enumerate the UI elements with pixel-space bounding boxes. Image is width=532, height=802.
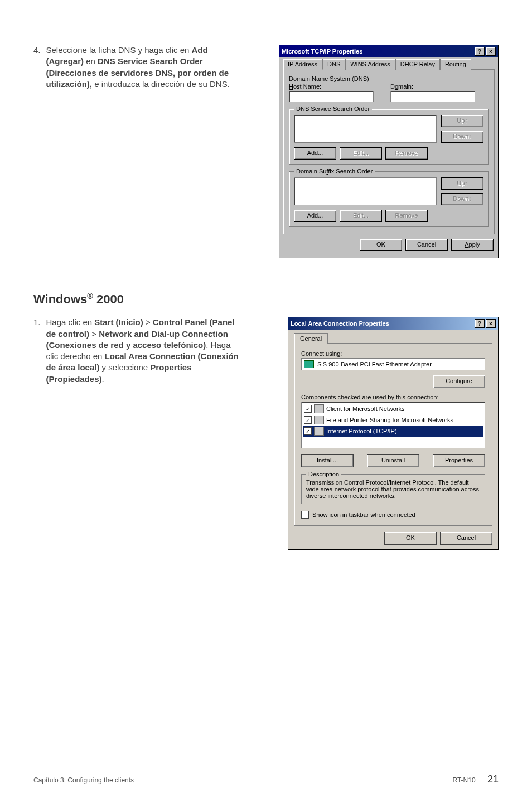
- help-icon[interactable]: ?: [475, 319, 485, 328]
- tab-routing[interactable]: Routing: [440, 59, 471, 70]
- ok-button[interactable]: OK: [360, 239, 402, 251]
- t: y seleccione: [99, 363, 150, 372]
- item-1-row: 1. Haga clic en Start (Inicio) > Control…: [33, 317, 499, 550]
- lan-title: Local Area Connection Properties: [291, 320, 389, 327]
- close-icon[interactable]: ×: [486, 319, 496, 328]
- item-1-image-col: Local Area Connection Properties ? × Gen…: [255, 317, 499, 550]
- component-tcpip[interactable]: ✓ Internet Protocol (TCP/IP): [303, 426, 483, 437]
- tab-general[interactable]: General: [294, 333, 328, 344]
- item-4-image-col: Microsoft TCP/IP Properties ? × IP Addre…: [255, 45, 499, 258]
- adapter-name: SiS 900-Based PCI Fast Ethernet Adapter: [317, 361, 432, 368]
- tab-dns[interactable]: DNS: [322, 59, 345, 70]
- item-1-number: 1.: [33, 317, 41, 385]
- t: ®: [87, 292, 93, 301]
- close-icon[interactable]: ×: [486, 47, 496, 56]
- show-icon-label: Show icon in taskbar when connected: [312, 511, 415, 518]
- ok-button[interactable]: OK: [384, 532, 437, 545]
- apply-button[interactable]: Apply: [451, 239, 494, 251]
- checkbox-icon[interactable]: ✓: [304, 416, 312, 424]
- cancel-button[interactable]: Cancel: [405, 239, 448, 251]
- t: WINS Address: [350, 61, 390, 67]
- t: >: [89, 329, 99, 339]
- t: en: [84, 56, 98, 66]
- footer-chapter: Capítulo 3: Configuring the clients: [33, 776, 134, 784]
- service-icon: [314, 416, 324, 424]
- t: ?: [478, 321, 481, 327]
- show-icon-row[interactable]: Show icon in taskbar when connected: [301, 511, 485, 519]
- components-list[interactable]: ✓ Client for Microsoft Networks ✓ File a…: [301, 402, 485, 448]
- windows-2000-heading: Windows® 2000: [33, 292, 499, 307]
- item-1-text: 1. Haga clic en Start (Inicio) > Control…: [33, 317, 241, 385]
- components-label: Components checked are used by this conn…: [301, 394, 485, 400]
- item-4-text: 4. Seleccione la ficha DNS y haga clic e…: [33, 45, 241, 90]
- component-fileprint[interactable]: ✓ File and Printer Sharing for Microsoft…: [303, 414, 483, 426]
- tab-ip-address[interactable]: IP Address: [283, 59, 322, 70]
- domain-suffix-group: Domain Suffix Search Order Up↑ Down↓ Add…: [289, 171, 489, 227]
- component-client[interactable]: ✓ Client for Microsoft Networks: [303, 403, 483, 414]
- domain-input[interactable]: [390, 91, 475, 102]
- properties-button[interactable]: Properties: [433, 454, 485, 467]
- host-name-input[interactable]: [289, 91, 374, 102]
- adapter-box: SiS 900-Based PCI Fast Ethernet Adapter: [301, 358, 485, 370]
- edit-button-2[interactable]: Edit...: [340, 210, 382, 222]
- page: 4. Seleccione la ficha DNS y haga clic e…: [0, 0, 532, 550]
- tab-wins[interactable]: WINS Address: [345, 59, 395, 70]
- lan-titlebar: Local Area Connection Properties ? ×: [288, 317, 498, 330]
- t: Start (Inicio): [94, 317, 143, 327]
- footer-page-number: 21: [487, 774, 499, 785]
- tcpip-properties-dialog: Microsoft TCP/IP Properties ? × IP Addre…: [279, 45, 499, 258]
- t: >: [143, 317, 153, 327]
- t: Haga clic en: [46, 317, 95, 327]
- t: File and Printer Sharing for Microsoft N…: [326, 417, 453, 423]
- item-4-body: Seleccione la ficha DNS y haga clic en A…: [46, 45, 241, 90]
- domain-suffix-legend: Domain Suffix Search Order: [294, 168, 375, 175]
- dns-search-list[interactable]: [294, 115, 437, 143]
- remove-button-2[interactable]: Remove: [385, 210, 428, 222]
- description-legend: Description: [306, 471, 341, 477]
- cancel-button[interactable]: Cancel: [440, 532, 492, 545]
- t: Client for Microsoft Networks: [326, 405, 405, 412]
- t: ×: [489, 49, 492, 55]
- checkbox-icon[interactable]: ✓: [304, 427, 312, 435]
- dns-search-order-legend: DNS Service Search Order: [294, 105, 372, 112]
- t: DHCP Relay: [400, 61, 435, 67]
- up-button-2[interactable]: Up↑: [441, 177, 483, 190]
- dns-panel: Domain Name System (DNS) Host Name: Doma…: [283, 69, 495, 234]
- nic-icon: [304, 360, 314, 368]
- item-4-row: 4. Seleccione la ficha DNS y haga clic e…: [33, 45, 499, 258]
- t: .: [102, 374, 104, 384]
- tcpip-title: Microsoft TCP/IP Properties: [282, 48, 362, 55]
- add-button-2[interactable]: Add...: [294, 210, 336, 222]
- description-text: Transmission Control Protocol/Internet P…: [306, 479, 479, 499]
- footer-model: RT-N10: [452, 776, 475, 784]
- down-button-2[interactable]: Down↓: [441, 193, 483, 205]
- up-button[interactable]: Up↑: [441, 115, 483, 127]
- uninstall-button[interactable]: Uninstall: [367, 454, 419, 467]
- down-button[interactable]: Down↓: [441, 131, 483, 143]
- domain-suffix-list[interactable]: [294, 177, 437, 205]
- t: e introduzca la dirección de su DNS.: [92, 79, 230, 89]
- item-1-body: Haga clic en Start (Inicio) > Control Pa…: [46, 317, 241, 385]
- item-4-number: 4.: [33, 45, 41, 90]
- t: Seleccione la ficha DNS y haga clic en: [46, 45, 192, 55]
- edit-button[interactable]: Edit...: [340, 147, 382, 160]
- client-icon: [314, 404, 324, 413]
- page-footer: Capítulo 3: Configuring the clients RT-N…: [33, 770, 499, 785]
- t: Routing: [445, 61, 466, 67]
- t: ?: [478, 49, 481, 55]
- checkbox-icon[interactable]: ✓: [304, 405, 312, 413]
- tcpip-tabs: IP Address DNS WINS Address DHCP Relay R…: [283, 59, 495, 70]
- dns-search-order-group: DNS Service Search Order Up↑ Down↓ Add..…: [289, 109, 489, 165]
- checkbox-icon[interactable]: [301, 511, 309, 519]
- remove-button[interactable]: Remove: [385, 147, 428, 160]
- tcpip-titlebar: Microsoft TCP/IP Properties ? ×: [279, 45, 498, 57]
- general-panel: Connect using: SiS 900-Based PCI Fast Et…: [294, 343, 492, 526]
- configure-button[interactable]: Configure: [433, 375, 485, 388]
- t: DNS: [327, 61, 340, 67]
- install-button[interactable]: Install...: [301, 454, 354, 467]
- tab-dhcp-relay[interactable]: DHCP Relay: [395, 59, 440, 70]
- help-icon[interactable]: ?: [475, 47, 485, 56]
- t: ×: [489, 321, 492, 327]
- add-button[interactable]: Add...: [294, 147, 336, 160]
- domain-label: Domain:: [390, 83, 475, 90]
